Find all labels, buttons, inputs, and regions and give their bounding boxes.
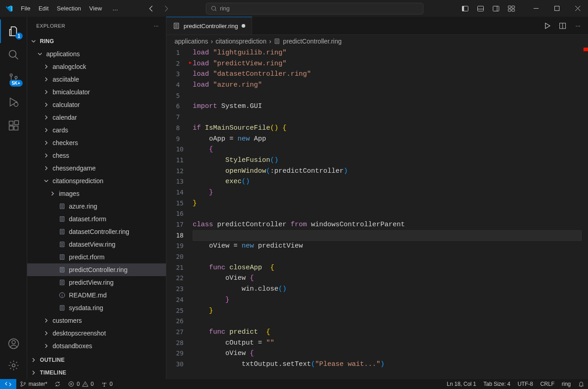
code-line[interactable]: } (193, 198, 582, 209)
line-number[interactable]: 13 (176, 176, 184, 187)
code-line[interactable]: class predictController from windowsCont… (193, 219, 582, 230)
code-line[interactable]: win.close() (193, 284, 582, 295)
tree-folder[interactable]: chessendgame (27, 162, 166, 175)
code-line[interactable]: exec() (193, 176, 582, 187)
code-line[interactable]: cOutput = "" (193, 338, 582, 349)
window-maximize-icon[interactable] (546, 0, 567, 17)
line-number[interactable]: 19 (176, 241, 184, 252)
code-line[interactable]: load "azure.ring" (193, 80, 582, 91)
tree-folder[interactable]: applications (27, 48, 166, 60)
line-number[interactable]: 29 (176, 348, 184, 359)
line-number[interactable]: 27 (176, 327, 184, 338)
line-number[interactable]: 12 (176, 166, 184, 177)
tree-file[interactable]: README.md (27, 289, 166, 301)
tree-folder[interactable]: cards (27, 124, 166, 136)
status-cursor-position[interactable]: Ln 18, Col 1 (443, 379, 480, 389)
code-area[interactable]: load "lightguilib.ring"load "predictView… (193, 48, 582, 379)
tree-folder[interactable]: calendar (27, 111, 166, 124)
code-line[interactable] (193, 209, 582, 219)
status-problems[interactable]: 0 0 (64, 379, 97, 389)
split-editor-icon[interactable] (556, 19, 569, 32)
tree-folder[interactable]: images (27, 187, 166, 200)
tree-folder[interactable]: asciitable (27, 73, 166, 86)
tree-folder[interactable]: dotsandboxes (27, 340, 166, 352)
code-line[interactable]: oView = new predictView (193, 241, 582, 252)
window-minimize-icon[interactable] (525, 0, 546, 17)
sidebar-more-icon[interactable]: ··· (154, 23, 159, 29)
code-line[interactable]: func closeApp { (193, 263, 582, 273)
activity-search-icon[interactable] (0, 43, 27, 67)
line-number[interactable]: 24 (176, 295, 184, 306)
code-line[interactable]: } (193, 306, 582, 316)
tree-folder[interactable]: chess (27, 149, 166, 162)
line-number[interactable]: 7 (176, 112, 184, 123)
code-line[interactable]: if IsMainSourceFile() { (193, 123, 582, 134)
window-close-icon[interactable] (567, 0, 588, 17)
tree-root[interactable]: RING (27, 35, 166, 48)
nav-back-icon[interactable] (146, 3, 157, 15)
tree-folder[interactable]: checkers (27, 136, 166, 149)
menu-view[interactable]: View (85, 2, 106, 15)
line-number[interactable]: 28 (176, 338, 184, 349)
status-branch[interactable]: master* (16, 379, 51, 389)
layout-sidebar-right-icon[interactable] (488, 3, 504, 15)
tree-file[interactable]: sysdata.ring (27, 301, 166, 314)
tree-file[interactable]: predictView.ring (27, 276, 166, 289)
status-sync-icon[interactable] (51, 379, 64, 389)
line-number[interactable]: 9 (176, 134, 184, 145)
breadcrumb-segment[interactable]: applications (175, 38, 208, 45)
tree-file[interactable]: azure.ring (27, 200, 166, 213)
line-number[interactable]: 15 (176, 198, 184, 209)
layout-customize-icon[interactable] (504, 3, 519, 15)
tree-folder[interactable]: citationsprediction (27, 175, 166, 187)
line-number[interactable]: 26 (176, 316, 184, 327)
nav-forward-icon[interactable] (160, 3, 172, 15)
menu-selection[interactable]: Selection (53, 2, 85, 15)
layout-sidebar-left-icon[interactable] (457, 3, 473, 15)
line-number[interactable]: 14 (176, 187, 184, 198)
outline-section[interactable]: OUTLINE (27, 354, 166, 366)
activity-source-control-icon[interactable]: 5K+ (0, 67, 27, 90)
activity-run-debug-icon[interactable] (0, 90, 27, 114)
line-number[interactable]: 6 (176, 101, 184, 112)
command-center-search[interactable]: ring (206, 3, 423, 15)
line-number[interactable]: 18 (176, 230, 184, 241)
status-notifications-icon[interactable] (574, 379, 588, 389)
code-line[interactable]: load "lightguilib.ring" (193, 48, 582, 58)
status-language[interactable]: ring (558, 379, 574, 389)
line-number[interactable]: 4 (176, 80, 184, 91)
activity-accounts-icon[interactable] (0, 333, 27, 355)
code-line[interactable]: import System.GUI (193, 101, 582, 112)
code-line[interactable]: oApp = new App (193, 134, 582, 145)
breadcrumb-segment[interactable]: predictController.ring (283, 38, 341, 45)
overview-ruler[interactable] (582, 48, 588, 379)
line-number[interactable]: 3 (176, 69, 184, 80)
code-line[interactable]: openWindow(:predictController) (193, 166, 582, 177)
activity-settings-icon[interactable] (0, 355, 27, 376)
code-line[interactable] (193, 230, 582, 241)
line-number[interactable]: 8 (176, 123, 184, 134)
code-line[interactable] (193, 91, 582, 102)
more-icon[interactable]: ··· (572, 19, 584, 32)
code-line[interactable]: oView { (193, 273, 582, 284)
breadcrumb[interactable]: applications › citationsprediction › pre… (166, 35, 588, 48)
tab-active[interactable]: predictController.ring (166, 17, 252, 34)
line-number[interactable]: 25 (176, 306, 184, 316)
menu-edit[interactable]: Edit (34, 2, 53, 15)
timeline-section[interactable]: TIMELINE (27, 366, 166, 379)
run-icon[interactable] (541, 19, 554, 32)
tree-folder[interactable]: customers (27, 314, 166, 327)
code-line[interactable]: StyleFusion() (193, 155, 582, 166)
code-line[interactable]: load "predictView.ring" (193, 58, 582, 69)
menu-overflow-icon[interactable]: … (109, 2, 122, 15)
tree-folder[interactable]: bmicalculator (27, 86, 166, 98)
code-line[interactable]: func predict { (193, 327, 582, 338)
remote-indicator-icon[interactable] (0, 379, 16, 389)
code-line[interactable]: load "datasetController.ring" (193, 69, 582, 80)
line-number[interactable]: 1 (176, 48, 184, 58)
line-number[interactable]: 22 (176, 273, 184, 284)
line-number[interactable]: 10 (176, 144, 184, 155)
line-number[interactable]: 30 (176, 359, 184, 370)
activity-extensions-icon[interactable] (0, 114, 27, 137)
tree-folder[interactable]: calculator (27, 98, 166, 111)
